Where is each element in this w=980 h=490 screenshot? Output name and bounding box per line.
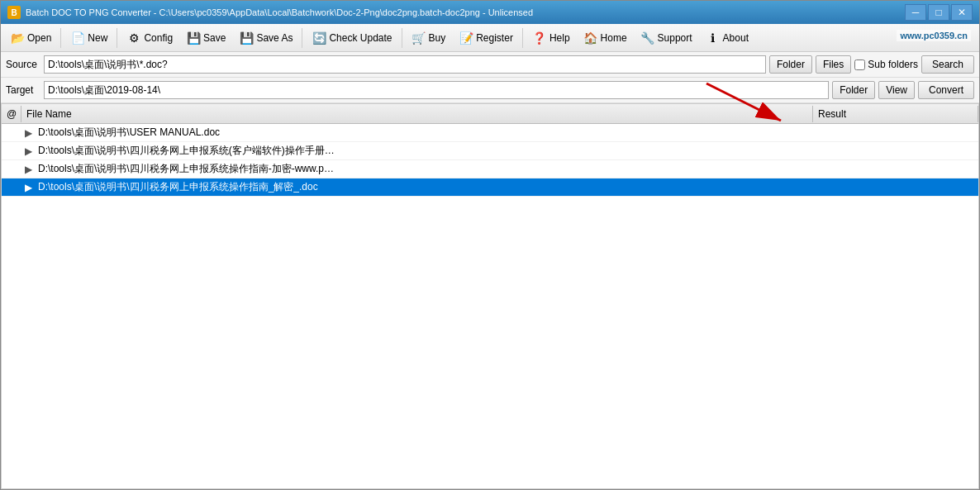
separator-2 [117, 28, 117, 48]
row-filename-0: D:\tools\桌面\说明书\USER MANUAL.doc [35, 126, 813, 140]
title-bar-text: Batch DOC TO PNG Converter - C:\Users\pc… [26, 7, 905, 17]
buy-icon: 🛒 [412, 31, 426, 45]
check-update-icon: 🔄 [312, 31, 326, 45]
file-row[interactable]: ▶ D:\tools\桌面\说明书\四川税务网上申报系统(客户端软件)操作手册… [2, 142, 978, 160]
row-filename-3: D:\tools\桌面\说明书\四川税务网上申报系统操作指南_解密_.doc [35, 180, 813, 194]
save-as-button[interactable]: 💾 Save As [233, 26, 298, 50]
home-button[interactable]: 🏠 Home [578, 26, 633, 50]
file-row-selected[interactable]: ▶ D:\tools\桌面\说明书\四川税务网上申报系统操作指南_解密_.doc [2, 178, 978, 197]
maximize-button[interactable]: □ [928, 4, 949, 21]
search-button[interactable]: Search [921, 55, 974, 74]
open-icon: 📂 [10, 31, 25, 45]
title-bar: B Batch DOC TO PNG Converter - C:\Users\… [1, 1, 979, 24]
separator-4 [402, 28, 402, 48]
support-icon: 🔧 [640, 31, 655, 45]
subfolders-checkbox[interactable] [854, 59, 865, 70]
save-icon: 💾 [186, 31, 201, 45]
support-button[interactable]: 🔧 Support [635, 26, 698, 50]
file-list-header: @ File Name Result [2, 104, 978, 124]
row-arrow-0: ▶ [21, 127, 35, 139]
row-arrow-1: ▶ [21, 145, 35, 157]
about-icon: ℹ [706, 31, 721, 45]
target-row: Target Folder View Convert [1, 78, 979, 103]
new-button[interactable]: 📄 New [64, 26, 113, 50]
header-filename: File Name [21, 106, 813, 122]
row-filename-2: D:\tools\桌面\说明书\四川税务网上申报系统操作指南-加密-www.p… [35, 162, 813, 176]
help-icon: ❓ [532, 31, 547, 45]
source-path-input[interactable] [44, 55, 766, 74]
config-button[interactable]: ⚙ Config [121, 26, 178, 50]
check-update-button[interactable]: 🔄 Check Update [306, 26, 397, 50]
app-icon: B [7, 6, 21, 19]
separator-3 [302, 28, 302, 48]
new-icon: 📄 [70, 31, 85, 45]
file-list-container: @ File Name Result ▶ D:\tools\桌面\说明书\USE… [1, 103, 979, 489]
separator-5 [522, 28, 523, 48]
header-at: @ [2, 106, 21, 122]
convert-button[interactable]: Convert [918, 81, 974, 99]
header-result: Result [813, 106, 978, 122]
about-button[interactable]: ℹ About [700, 26, 754, 50]
home-icon: 🏠 [583, 31, 598, 45]
minimize-button[interactable]: ─ [905, 4, 926, 21]
save-button[interactable]: 💾 Save [180, 26, 231, 50]
source-files-button[interactable]: Files [816, 55, 851, 74]
separator-1 [60, 28, 61, 48]
close-button[interactable]: ✕ [951, 4, 973, 21]
file-row[interactable]: ▶ D:\tools\桌面\说明书\四川税务网上申报系统操作指南-加密-www.… [2, 160, 978, 178]
watermark: www.pc0359.cn [897, 30, 971, 41]
help-button[interactable]: ❓ Help [526, 26, 576, 50]
config-icon: ⚙ [126, 31, 141, 45]
file-row[interactable]: ▶ D:\tools\桌面\说明书\USER MANUAL.doc [2, 124, 978, 142]
source-folder-button[interactable]: Folder [769, 55, 812, 74]
target-path-input[interactable] [44, 81, 829, 99]
title-bar-controls: ─ □ ✕ [905, 4, 973, 21]
row-arrow-2: ▶ [21, 164, 35, 175]
row-filename-1: D:\tools\桌面\说明书\四川税务网上申报系统(客户端软件)操作手册… [35, 144, 813, 158]
target-label: Target [6, 84, 40, 96]
buy-button[interactable]: 🛒 Buy [406, 26, 452, 50]
subfolders-label[interactable]: Sub folders [854, 59, 918, 70]
target-view-button[interactable]: View [878, 81, 915, 99]
source-row: Source Folder Files Sub folders Search [1, 52, 979, 78]
row-arrow-3: ▶ [21, 182, 35, 193]
main-window: B Batch DOC TO PNG Converter - C:\Users\… [0, 0, 980, 490]
source-label: Source [6, 59, 40, 70]
target-folder-button[interactable]: Folder [832, 81, 875, 99]
register-icon: 📝 [459, 31, 473, 45]
open-button[interactable]: 📂 Open [4, 26, 57, 50]
toolbar: 📂 Open 📄 New ⚙ Config 💾 Save 💾 Save As 🔄… [1, 24, 979, 52]
save-as-icon: 💾 [239, 31, 254, 45]
register-button[interactable]: 📝 Register [453, 26, 519, 50]
